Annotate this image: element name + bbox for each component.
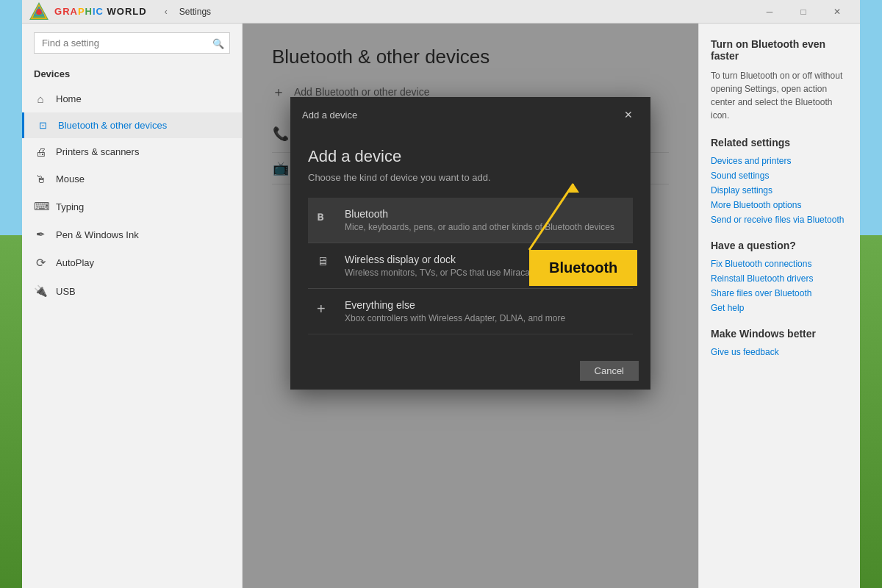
- wireless-display-desc: Wireless monitors, TVs, or PCs that use …: [345, 268, 609, 278]
- everything-else-icon: +: [317, 301, 334, 318]
- search-icon: 🔍: [212, 37, 224, 49]
- faster-title: Turn on Bluetooth even faster: [711, 38, 848, 62]
- link-devices-printers[interactable]: Devices and printers: [711, 156, 848, 166]
- content-area: Bluetooth & other devices ＋ Add Bluetoot…: [243, 24, 698, 588]
- modal-title-text: Add a device: [302, 110, 357, 121]
- sidebar-item-printers[interactable]: 🖨 Printers & scanners: [22, 138, 242, 165]
- link-more-bluetooth[interactable]: More Bluetooth options: [711, 200, 848, 210]
- maximize-button[interactable]: □: [786, 0, 820, 24]
- add-device-modal: Add a device ✕ Add a device Choose the k…: [290, 97, 650, 390]
- bluetooth-option-icon: ʙ: [317, 209, 334, 223]
- everything-else-title: Everything else: [345, 299, 565, 311]
- close-button[interactable]: ✕: [820, 0, 854, 24]
- question-title: Have a question?: [711, 240, 848, 251]
- link-send-receive[interactable]: Send or receive files via Bluetooth: [711, 215, 848, 225]
- related-title: Related settings: [711, 137, 848, 148]
- sidebar: 🔍 Devices ⌂ Home ⊡ Bluetooth & other dev…: [22, 24, 243, 588]
- sidebar-item-home[interactable]: ⌂ Home: [22, 85, 242, 112]
- sidebar-label-typing: Typing: [56, 201, 84, 212]
- wireless-display-title: Wireless display or dock: [345, 254, 609, 265]
- autoplay-icon: ⟳: [34, 256, 47, 270]
- modal-body: Add a device Choose the kind of device y…: [290, 132, 650, 352]
- link-give-feedback[interactable]: Give us feedback: [711, 347, 848, 357]
- link-share-files[interactable]: Share files over Bluetooth: [711, 288, 848, 298]
- option-bluetooth[interactable]: ʙ Bluetooth Mice, keyboards, pens, or au…: [308, 198, 633, 243]
- modal-subtitle: Choose the kind of device you want to ad…: [308, 172, 633, 183]
- everything-else-desc: Xbox controllers with Wireless Adapter, …: [345, 313, 565, 323]
- window-controls: ─ □ ✕: [753, 0, 854, 24]
- usb-icon: 🔌: [34, 284, 47, 298]
- bluetooth-option-desc: Mice, keyboards, pens, or audio and othe…: [345, 222, 614, 232]
- modal-overlay: Add a device ✕ Add a device Choose the k…: [243, 24, 698, 588]
- sidebar-item-typing[interactable]: ⌨ Typing: [22, 193, 242, 220]
- modal-close-button[interactable]: ✕: [618, 104, 639, 125]
- sidebar-item-bluetooth[interactable]: ⊡ Bluetooth & other devices: [22, 112, 242, 138]
- right-panel: Turn on Bluetooth even faster To turn Bl…: [698, 24, 860, 588]
- sidebar-label-usb: USB: [56, 286, 76, 297]
- bluetooth-option-title: Bluetooth: [345, 208, 614, 220]
- wireless-display-icon: 🖥: [317, 255, 334, 268]
- watermark-logo: [28, 1, 50, 23]
- titlebar-text: Settings: [179, 7, 753, 17]
- bluetooth-option-content: Bluetooth Mice, keyboards, pens, or audi…: [345, 208, 614, 232]
- sidebar-label-bluetooth: Bluetooth & other devices: [58, 120, 167, 131]
- option-everything-else[interactable]: + Everything else Xbox controllers with …: [308, 289, 633, 334]
- search-input[interactable]: [34, 32, 230, 54]
- cancel-button[interactable]: Cancel: [580, 361, 639, 381]
- sidebar-section-title: Devices: [22, 62, 242, 85]
- sidebar-item-usb[interactable]: 🔌 USB: [22, 277, 242, 305]
- mouse-icon: 🖱: [34, 173, 47, 185]
- sidebar-label-mouse: Mouse: [56, 173, 85, 184]
- question-section: Have a question? Fix Bluetooth connectio…: [711, 240, 848, 313]
- settings-window: GRAPHIC WORLD ‹ Settings ─ □ ✕ 🔍 Devices…: [22, 0, 860, 588]
- related-settings-section: Related settings Devices and printers So…: [711, 137, 848, 225]
- modal-title-bar: Add a device ✕: [290, 97, 650, 132]
- typing-icon: ⌨: [34, 200, 47, 213]
- faster-text: To turn Bluetooth on or off without open…: [711, 69, 848, 122]
- link-get-help[interactable]: Get help: [711, 303, 848, 313]
- wireless-display-content: Wireless display or dock Wireless monito…: [345, 254, 609, 278]
- link-reinstall-drivers[interactable]: Reinstall Bluetooth drivers: [711, 273, 848, 284]
- right-panel-faster-section: Turn on Bluetooth even faster To turn Bl…: [711, 38, 848, 122]
- sidebar-item-mouse[interactable]: 🖱 Mouse: [22, 165, 242, 193]
- link-fix-bluetooth[interactable]: Fix Bluetooth connections: [711, 259, 848, 269]
- link-sound-settings[interactable]: Sound settings: [711, 171, 848, 181]
- option-wireless-display[interactable]: 🖥 Wireless display or dock Wireless moni…: [308, 243, 633, 289]
- search-container: 🔍: [34, 32, 230, 54]
- main-content: 🔍 Devices ⌂ Home ⊡ Bluetooth & other dev…: [22, 24, 860, 588]
- sidebar-label-printers: Printers & scanners: [56, 146, 139, 157]
- feedback-section: Make Windows better Give us feedback: [711, 328, 848, 357]
- modal-footer: Cancel: [290, 352, 650, 390]
- sidebar-label-home: Home: [56, 93, 82, 104]
- title-bar: GRAPHIC WORLD ‹ Settings ─ □ ✕: [22, 0, 860, 24]
- back-button[interactable]: ‹: [156, 1, 176, 22]
- feedback-title: Make Windows better: [711, 328, 848, 340]
- pen-icon: ✒: [34, 228, 47, 241]
- sidebar-label-autoplay: AutoPlay: [56, 257, 94, 268]
- printer-icon: 🖨: [34, 146, 47, 158]
- sidebar-item-pen[interactable]: ✒ Pen & Windows Ink: [22, 220, 242, 248]
- bluetooth-sidebar-icon: ⊡: [36, 120, 49, 131]
- link-display-settings[interactable]: Display settings: [711, 185, 848, 196]
- everything-else-content: Everything else Xbox controllers with Wi…: [345, 299, 565, 323]
- watermark-text: GRAPHIC WORLD: [54, 6, 147, 17]
- minimize-button[interactable]: ─: [753, 0, 786, 24]
- home-icon: ⌂: [34, 93, 47, 105]
- sidebar-item-autoplay[interactable]: ⟳ AutoPlay: [22, 248, 242, 277]
- sidebar-label-pen: Pen & Windows Ink: [56, 229, 139, 240]
- modal-heading: Add a device: [308, 147, 633, 166]
